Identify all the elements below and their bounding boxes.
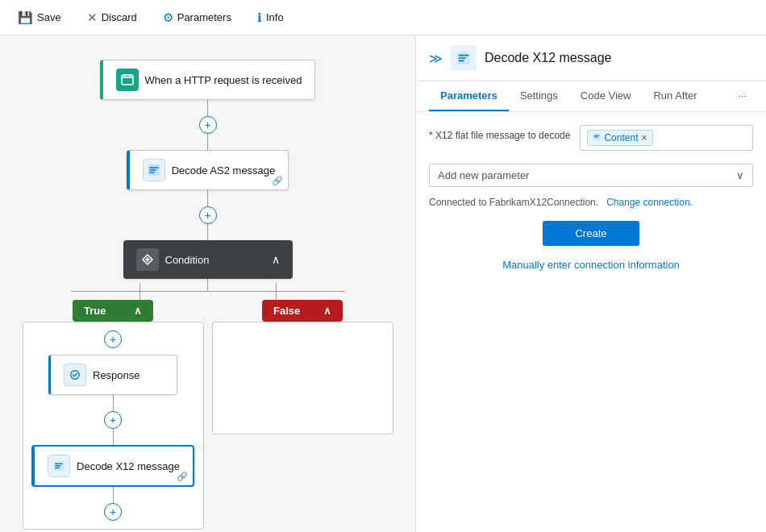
save-button[interactable]: 💾 Save: [13, 7, 66, 28]
branch-h-line: [71, 291, 345, 292]
tab-run-after[interactable]: Run After: [642, 81, 708, 111]
panel-icon: [451, 45, 477, 71]
false-collapse-icon: ∧: [323, 305, 331, 317]
connector-line-2: [207, 190, 208, 206]
condition-wrapper: Condition ∧: [16, 240, 399, 530]
discard-button[interactable]: ✕ Discard: [82, 7, 142, 28]
parameters-button[interactable]: ⚙ Parameters: [158, 7, 236, 28]
add-true-step-2[interactable]: +: [104, 411, 122, 429]
create-button[interactable]: Create: [543, 221, 639, 246]
connector-4: +: [104, 487, 122, 521]
add-parameter-label: Add new parameter: [438, 169, 529, 181]
add-step-1[interactable]: +: [199, 116, 217, 134]
trigger-label: When a HTTP request is received: [145, 74, 302, 86]
condition-node[interactable]: Condition ∧: [123, 240, 293, 279]
canvas: When a HTTP request is received + Decode…: [0, 35, 415, 532]
condition-icon: [136, 248, 159, 271]
branch-top-line: [207, 279, 208, 291]
tab-more-button[interactable]: ···: [731, 81, 753, 111]
tab-code-view[interactable]: Code View: [569, 81, 643, 111]
add-true-step[interactable]: +: [104, 330, 122, 348]
connector-3: +: [104, 395, 122, 445]
parameters-icon: ⚙: [163, 10, 173, 25]
manual-connection-link[interactable]: Manually enter connection information: [429, 259, 753, 271]
true-branch-body: + Response +: [23, 322, 204, 530]
link-icon-1: 🔗: [272, 176, 283, 186]
link-icon-2: 🔗: [177, 472, 188, 482]
tag-icon: [593, 133, 601, 143]
discard-icon: ✕: [87, 10, 98, 25]
tag-label: Content: [604, 132, 638, 143]
false-branch: False ∧: [212, 300, 393, 530]
svg-rect-0: [122, 75, 133, 85]
tab-parameters[interactable]: Parameters: [429, 81, 509, 111]
save-label: Save: [37, 11, 61, 23]
true-collapse-icon: ∧: [134, 305, 142, 317]
as2-decode-icon: [143, 159, 165, 181]
discard-label: Discard: [102, 11, 137, 23]
connector-line-1b: [207, 134, 208, 150]
tab-settings[interactable]: Settings: [509, 81, 569, 111]
required-asterisk: *: [429, 130, 433, 141]
connector-line-2b: [207, 224, 208, 240]
false-branch-body: [212, 322, 393, 434]
add-parameter-dropdown[interactable]: Add new parameter ∨: [429, 164, 753, 187]
trigger-icon: [116, 69, 139, 91]
response-label: Response: [93, 369, 140, 381]
content-tag: Content ×: [587, 130, 652, 146]
condition-branches: True ∧ + Response: [23, 300, 393, 530]
add-step-2[interactable]: +: [199, 206, 217, 224]
right-panel: ≫ Decode X12 message Parameters Settings…: [415, 35, 766, 532]
toolbar: 💾 Save ✕ Discard ⚙ Parameters ℹ Info: [0, 0, 766, 35]
save-icon: 💾: [18, 10, 33, 25]
connector-line-1: [207, 100, 208, 116]
branch-right-drop: [276, 292, 277, 300]
connector-1: +: [199, 100, 217, 150]
info-button[interactable]: ℹ Info: [252, 7, 289, 28]
tag-close-button[interactable]: ×: [641, 132, 647, 143]
branch-left-drop: [139, 292, 140, 300]
field-value-x12[interactable]: Content ×: [580, 125, 753, 151]
panel-collapse-button[interactable]: ≫: [429, 51, 443, 66]
connection-info: Connected to FabrikamX12Connection. Chan…: [429, 197, 753, 208]
info-icon: ℹ: [257, 10, 262, 25]
connection-text: Connected to FabrikamX12Connection.: [429, 197, 598, 208]
true-branch-header[interactable]: True ∧: [73, 300, 153, 322]
condition-label: Condition: [165, 254, 210, 266]
add-true-step-3[interactable]: +: [104, 503, 122, 521]
x12-decode-icon: [48, 455, 70, 477]
parameters-label: Parameters: [177, 11, 231, 23]
condition-collapse-icon[interactable]: ∧: [272, 253, 280, 266]
panel-tabs: Parameters Settings Code View Run After …: [416, 81, 766, 112]
response-icon: [64, 364, 86, 386]
as2-decode-label: Decode AS2 message: [172, 164, 276, 177]
connector-2: +: [199, 190, 217, 240]
flow-container: When a HTTP request is received + Decode…: [16, 52, 399, 530]
panel-header: ≫ Decode X12 message: [416, 35, 766, 81]
true-label: True: [84, 305, 106, 317]
trigger-node[interactable]: When a HTTP request is received: [100, 60, 316, 100]
field-label-x12: * X12 flat file message to decode: [429, 125, 570, 141]
field-row-x12: * X12 flat file message to decode Conten…: [429, 125, 753, 151]
panel-title: Decode X12 message: [485, 51, 611, 65]
as2-decode-node[interactable]: Decode AS2 message 🔗: [127, 150, 289, 190]
x12-decode-node[interactable]: Decode X12 message 🔗: [31, 445, 194, 487]
true-branch: True ∧ + Response: [23, 300, 204, 530]
info-label: Info: [266, 11, 284, 23]
change-connection-link[interactable]: Change connection.: [606, 197, 693, 208]
main-content: When a HTTP request is received + Decode…: [0, 35, 766, 532]
false-branch-header[interactable]: False ∧: [262, 300, 343, 322]
x12-decode-label: Decode X12 message: [77, 460, 180, 472]
response-node[interactable]: Response: [48, 355, 177, 395]
false-label: False: [273, 305, 300, 317]
panel-body: * X12 flat file message to decode Conten…: [416, 112, 766, 532]
dropdown-chevron-icon: ∨: [736, 169, 744, 181]
